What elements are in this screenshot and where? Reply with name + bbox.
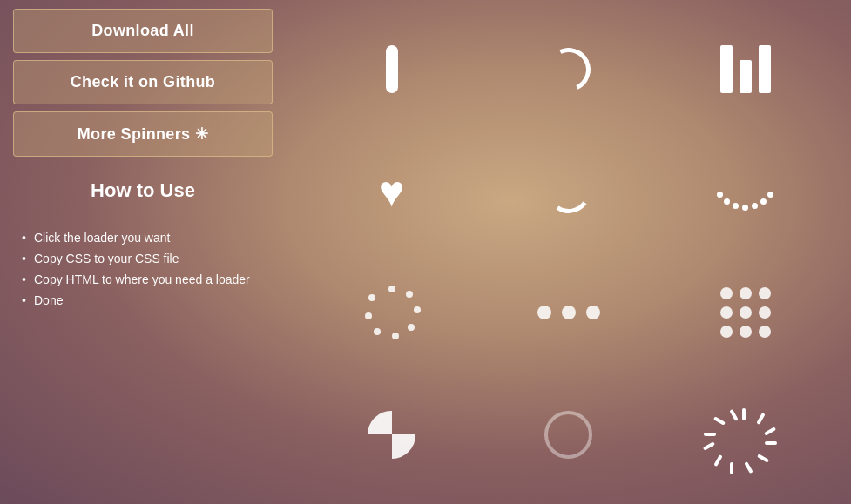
- gd4: [720, 306, 733, 319]
- dot-arc-d2: [724, 198, 730, 205]
- quarter-4: [392, 434, 416, 459]
- rline-11: [713, 416, 725, 425]
- left-panel: Download All Check it on Github More Spi…: [0, 0, 286, 504]
- rline-2: [756, 413, 765, 425]
- arc-top-spinner: [540, 42, 596, 97]
- tdot-3: [586, 306, 600, 319]
- spinner-oval-cell[interactable]: [303, 9, 480, 131]
- cdot-1: [388, 286, 395, 292]
- quarter-2: [392, 411, 416, 435]
- step-3: Copy HTML to where you need a loader: [22, 272, 264, 286]
- gd8: [740, 326, 752, 338]
- rline-10: [704, 433, 716, 436]
- rline-3: [764, 427, 776, 435]
- gd2: [740, 287, 752, 299]
- rline-9: [702, 441, 714, 450]
- step-1: Click the loader you want: [22, 231, 264, 245]
- how-to-use-title: How to Use: [22, 179, 264, 202]
- oval-spinner: [386, 45, 398, 93]
- spinner-heart-cell[interactable]: ♥: [303, 131, 480, 252]
- bar-1: [720, 45, 733, 93]
- spinner-quarters-cell[interactable]: [303, 373, 480, 495]
- spinner-grid-dots-cell[interactable]: [657, 252, 834, 374]
- tdot-2: [562, 306, 576, 319]
- rline-12: [729, 409, 738, 421]
- github-button[interactable]: Check it on Github: [13, 60, 273, 104]
- spinner-bars-cell[interactable]: [657, 9, 834, 131]
- quarters-spinner: [368, 411, 415, 459]
- cdot-3: [414, 306, 421, 313]
- three-dots-spinner: [537, 306, 600, 319]
- spinner-three-dots-cell[interactable]: [480, 252, 657, 374]
- gd1: [720, 287, 733, 299]
- gd5: [740, 306, 752, 319]
- bar-2: [740, 60, 752, 93]
- spinner-radial-cell[interactable]: [657, 373, 834, 495]
- dot-arc-d4: [742, 205, 748, 211]
- step-2: Copy CSS to your CSS file: [22, 252, 264, 265]
- circle-dots-spinner: [361, 282, 422, 343]
- spinner-decorative-icon: ✳: [195, 125, 208, 143]
- gd6: [759, 306, 771, 319]
- rline-8: [713, 454, 722, 467]
- more-spinners-button[interactable]: More Spinners ✳: [13, 111, 273, 157]
- spinner-dot-arc-cell[interactable]: [657, 131, 834, 252]
- spinner-area: ♥: [286, 0, 851, 504]
- tdot-1: [537, 306, 551, 319]
- cdot-6: [374, 328, 381, 335]
- cdot-7: [365, 312, 372, 319]
- bar-3: [759, 45, 771, 93]
- rline-5: [757, 454, 769, 462]
- rline-7: [730, 462, 733, 474]
- cdot-2: [406, 291, 413, 298]
- dot-arc-d6: [760, 198, 767, 205]
- cdot-5: [392, 333, 399, 339]
- dot-arc-d3: [733, 203, 739, 209]
- dot-arc-d7: [767, 192, 773, 198]
- cdot-4: [408, 324, 415, 331]
- spinner-ring-cell[interactable]: [480, 373, 657, 495]
- dot-arc-spinner: [715, 174, 776, 209]
- quarter-3: [368, 434, 392, 459]
- arc-bottom-spinner: [544, 166, 594, 217]
- radial-spinner: [717, 407, 773, 463]
- bars-spinner: [720, 45, 771, 93]
- step-4: Done: [22, 293, 264, 307]
- divider: [22, 218, 264, 218]
- ring-spinner: [544, 411, 592, 459]
- cdot-8: [368, 294, 375, 301]
- gd3: [759, 287, 771, 299]
- dot-arc-d1: [717, 192, 723, 198]
- spinner-arc2-cell[interactable]: [480, 131, 657, 252]
- rline-6: [744, 461, 753, 474]
- grid-dots-spinner: [720, 287, 771, 338]
- rline-4: [765, 441, 777, 445]
- spinner-arc1-cell[interactable]: [480, 9, 657, 131]
- spinner-circle-dots-cell[interactable]: [303, 252, 480, 374]
- how-to-use-section: How to Use Click the loader you want Cop…: [13, 179, 273, 314]
- download-all-button[interactable]: Download All: [13, 9, 273, 53]
- dot-arc-d5: [752, 203, 758, 209]
- gd7: [720, 326, 733, 338]
- rline-1: [742, 408, 746, 420]
- gd9: [759, 326, 771, 338]
- steps-list: Click the loader you want Copy CSS to yo…: [22, 231, 264, 307]
- more-spinners-label: More Spinners: [78, 125, 191, 143]
- quarter-1: [368, 411, 392, 435]
- heart-spinner: ♥: [379, 170, 405, 213]
